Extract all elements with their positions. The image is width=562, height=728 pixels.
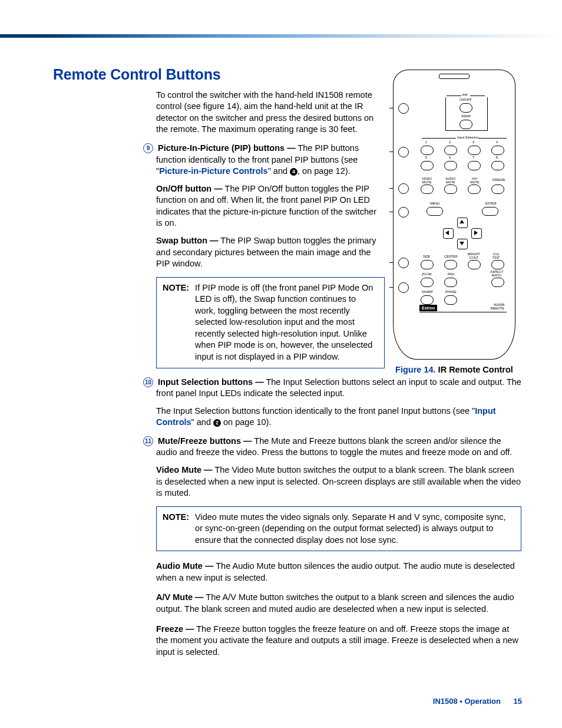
link-pip-controls[interactable]: Picture-in-Picture Controls [159, 166, 268, 176]
leader-line [389, 151, 394, 152]
vmute-paragraph: Video Mute — The Video Mute button switc… [156, 465, 521, 499]
remote-audio-mute-button [444, 185, 457, 194]
amute-paragraph: Audio Mute — The Audio Mute button silen… [156, 561, 521, 584]
note-1-text: If PIP mode is off (the front panel PIP … [195, 282, 378, 363]
pip-group-outline [445, 97, 488, 131]
ref-2-icon: 2 [213, 419, 221, 427]
figure-label: Figure 14. [395, 365, 436, 374]
remote-n7: 7 [472, 156, 474, 160]
callout-10: 10 Input Selection buttons — The Input S… [156, 377, 521, 400]
remote-zoom-label: ZOOM [422, 273, 432, 276]
rule [422, 138, 456, 139]
amute-title: Audio Mute — [156, 561, 213, 571]
side-callout-icon [398, 207, 409, 218]
remote-input-8-button [491, 161, 504, 170]
freeze-text: The Freeze button toggles the freeze fea… [156, 624, 518, 657]
remote-input-3-button [468, 146, 481, 155]
remote-pan-button [444, 278, 457, 287]
arrow-up-icon [459, 220, 464, 223]
arrow-left-icon [445, 230, 449, 235]
remote-pan-label: PAN [448, 273, 454, 276]
remote-center-label: CENTER [444, 255, 458, 259]
leader-line [389, 108, 394, 108]
remote-input-4-button [491, 146, 504, 155]
remote-center-button [444, 260, 457, 269]
rule [419, 312, 507, 312]
remote-pip-label: PIP [462, 94, 468, 97]
note-2-label: NOTE: [163, 512, 189, 546]
figure-caption-text: IR Remote Control [436, 365, 513, 374]
remote-enter-label: ENTER [485, 202, 497, 206]
figure-14: PIP ON/OFF SWAP Input Selection 1 2 3 4 … [386, 70, 522, 376]
page-footer: IN1508 • Operation 15 [433, 696, 522, 707]
remote-input-5-button [421, 161, 434, 170]
c10-p2-b: " and [191, 417, 213, 427]
remote-n4: 4 [496, 141, 498, 144]
remote-n1: 1 [425, 141, 427, 144]
remote-n8: 8 [496, 156, 498, 160]
remote-bright-label: BRIGHT CONT [468, 253, 480, 259]
remote-menu-label: MENU [430, 202, 439, 206]
callout-number-9: 9 [143, 143, 153, 153]
remote-size-label: SIZE [423, 255, 430, 259]
remote-model-label: IN1508 REMOTE [490, 304, 504, 310]
remote-brand-label: Extron [419, 305, 437, 311]
callout-10-para2: The Input Selection buttons function ide… [156, 406, 521, 429]
swap-title: Swap button — [156, 236, 219, 245]
remote-n6: 6 [449, 156, 451, 160]
callout-9-text-b: " and [268, 166, 290, 176]
remote-sharp-button [421, 295, 434, 305]
figure-caption: Figure 14. IR Remote Control [386, 364, 522, 376]
remote-enter-button [482, 207, 498, 216]
side-callout-icon [398, 103, 409, 114]
callout-11-title: Mute/Freeze buttons — [158, 436, 252, 446]
freeze-title: Freeze — [156, 624, 194, 634]
remote-color-label: COL TINT [492, 253, 500, 259]
footer-section: IN1508 • Operation [433, 697, 501, 706]
remote-phase-label: PHASE [445, 291, 457, 294]
onoff-title: On/Off button — [156, 184, 223, 193]
remote-outline: PIP ON/OFF SWAP Input Selection 1 2 3 4 … [393, 70, 515, 360]
footer-page-number: 15 [514, 697, 522, 706]
remote-n5: 5 [425, 156, 427, 160]
remote-n2: 2 [449, 141, 451, 144]
avmute-title: A/V Mute — [156, 592, 204, 602]
remote-input-2-button [444, 146, 457, 155]
c10-p2-c: on page 10). [221, 417, 271, 427]
remote-input-6-button [444, 161, 457, 170]
remote-aspect-button [491, 278, 504, 287]
note-box-2: NOTE: Video mute mutes the video signals… [156, 506, 521, 552]
header-rule [0, 34, 562, 38]
arrow-right-icon [474, 230, 478, 235]
remote-video-mute-button [421, 185, 434, 194]
callout-11: 11 Mute/Freeze buttons — The Mute and Fr… [156, 436, 521, 459]
remote-phase-button [444, 295, 457, 305]
leader-line [389, 262, 394, 263]
remote-bright-button [468, 260, 481, 269]
side-callout-icon [398, 282, 409, 293]
remote-vmute-label: VIDEO MUTE [422, 177, 432, 184]
remote-zoom-button [421, 278, 434, 287]
remote-av-mute-button [468, 185, 481, 194]
intro-paragraph: To control the switcher with the hand-he… [156, 90, 385, 136]
remote-aspect-label: ASPECT RATIO [490, 271, 503, 277]
leader-line [389, 188, 394, 189]
note-box-1: NOTE: If PIP mode is off (the front pane… [156, 277, 385, 368]
rule [470, 95, 485, 96]
callout-number-10: 10 [143, 377, 153, 387]
callout-9: 9 Picture-In-Picture (PIP) buttons — The… [156, 143, 385, 177]
arrow-down-icon [459, 242, 464, 245]
freeze-paragraph: Freeze — The Freeze button toggles the f… [156, 624, 521, 658]
callout-10-title: Input Selection buttons — [158, 377, 264, 387]
swap-paragraph: Swap button — The PIP Swap button toggle… [156, 235, 385, 270]
avmute-text: The A/V Mute button switches the output … [156, 592, 514, 614]
remote-amute-label: AUDIO MUTE [445, 177, 455, 184]
ref-4-icon: 4 [290, 168, 297, 176]
side-callout-icon [398, 183, 409, 194]
remote-input-7-button [468, 161, 481, 170]
remote-sharp-label: SHARP [422, 291, 433, 294]
note-1-label: NOTE: [163, 282, 189, 363]
remote-input-1-button [421, 146, 434, 155]
side-callout-icon [398, 147, 409, 157]
ir-window-icon [439, 74, 470, 79]
